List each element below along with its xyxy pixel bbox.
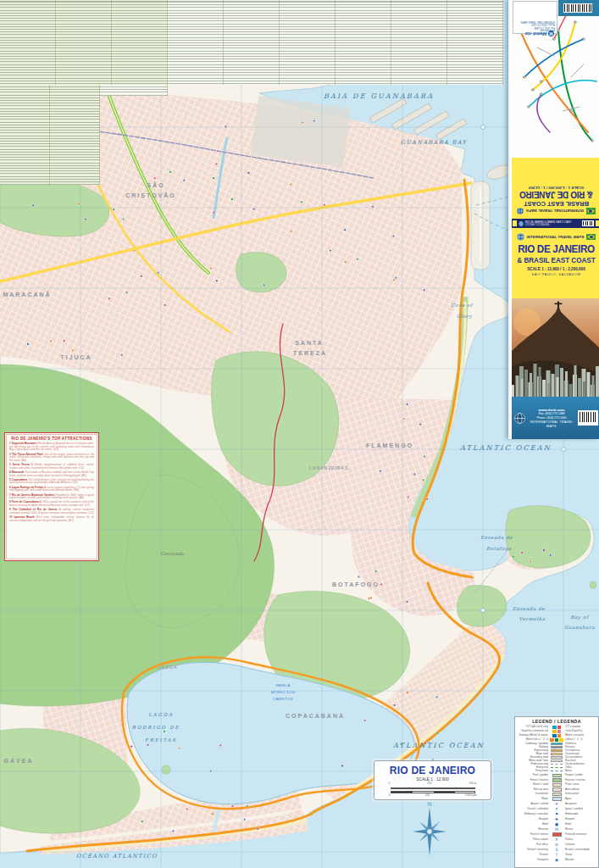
legend-row: Post office✉Correios [517, 843, 596, 847]
legend-row: School / universitySEscola / universidad… [517, 848, 596, 852]
cover-panel: www.itmb.com Fax: (604) 273-1488 Phone: … [508, 0, 599, 439]
index-column [224, 0, 280, 85]
itmb-globe-icon [514, 413, 525, 424]
legend-row: TheatreTTeatro [517, 853, 596, 857]
legend-row: Church / cathedral✝Igreja / catedral [517, 807, 596, 811]
legend-symbol: ✈ [550, 802, 563, 806]
legend-row: Forest / reserveFloresta / reserva [517, 778, 596, 782]
barcode [578, 410, 598, 426]
legend-symbol [550, 783, 563, 787]
metro-diagram: www.itmb.com Fax: (604) 273-1488 Phone: … [512, 0, 599, 158]
legend-symbol: ✚ [550, 817, 563, 821]
legend-symbol [550, 730, 563, 733]
metro-rio-logo: M Metrô rio [515, 31, 554, 36]
legend-symbol [550, 749, 563, 752]
legend-box: LEGEND / LEGENDA VLT light rail & stopVL… [514, 716, 599, 868]
legend-row: Cableway / gondolaTeleférico [517, 743, 596, 745]
index-column [391, 0, 447, 85]
index-column [168, 0, 224, 85]
attraction-item: 3 Santa Tereza A hillside neighbourhood … [9, 464, 94, 470]
legend-row: VLT light rail & stopVLT e parada [517, 726, 596, 729]
index-column [336, 0, 391, 85]
index-column [280, 0, 336, 85]
legend-symbol: ✉ [550, 843, 563, 847]
flipped-spine-strip [558, 0, 599, 16]
legend-row: Beach / sandPraia / areia [517, 783, 596, 787]
legend-row: Subway (Metrô) & stationMetrô e estação [517, 734, 596, 737]
legend-symbol [550, 753, 563, 755]
index-column [112, 0, 168, 85]
spine-band: RIO DE JANEIRO & BRASIL EAST COAST · 1:1… [512, 219, 599, 228]
flipped-contact-box: www.itmb.com Fax: (604) 273-1488 Phone: … [513, 1, 557, 34]
map-title-box: RIO DE JANEIRO SCALE 1 : 12,900 0250500 … [374, 760, 491, 800]
legend-symbol: T [550, 853, 563, 857]
legend-row: Hiking trailTrilha [517, 766, 596, 769]
legend-symbol: ◉ [550, 858, 563, 862]
legend-row: ExpresswayVia expressa [517, 749, 596, 752]
brazil-flag [586, 208, 596, 214]
legend-symbol [550, 797, 563, 801]
index-column [100, 85, 168, 96]
legend-row: SuperVia commuter railTrem SuperVia [517, 730, 596, 733]
legend-row: Hospital✚Hospital [517, 817, 596, 821]
legend-row: Pedestrian wayVia de pedestres [517, 763, 596, 765]
legend-row: MuseumMMuseu [517, 827, 596, 832]
legend-row: Ferry routeBalsa [517, 770, 596, 772]
attraction-item: 2 The Tijuca National Park One of the la… [9, 453, 94, 463]
legend-symbol [550, 734, 563, 737]
legend-symbol [550, 778, 563, 782]
attraction-item: 6 Lagoa Rodrigo de Freitas A scenic lago… [9, 487, 94, 492]
legend-symbol [550, 738, 563, 742]
legend-symbol: ⚑ [550, 812, 563, 816]
attraction-item: 7 Rio de Janeiro Botanical Gardens Found… [9, 494, 94, 500]
cover-photo-corcovado [512, 298, 599, 397]
brazil-flag [586, 234, 596, 241]
legend-symbol: M [550, 827, 563, 832]
legend-row: Hotel●Hotel [517, 822, 596, 826]
legend-row: Point of interestPonto de interesse [517, 832, 596, 837]
compass-rose [411, 807, 448, 860]
attraction-item: 10 Ipanema Beach Rio's most fashionable … [9, 516, 94, 522]
itmb-globe-icon [519, 221, 524, 226]
index-column [447, 0, 503, 85]
legend-row: RailwayFerrovia [517, 746, 596, 748]
index-column [0, 85, 50, 185]
legend-symbol [550, 760, 563, 762]
contact-band: www.itmb.com Fax: (604) 273-1488 Phone: … [512, 397, 599, 439]
index-column [0, 0, 56, 85]
legend-row: Airport / airfield✈Aeroporto [517, 802, 596, 806]
attraction-item: 9 The Cathedral of Rio de Janeiro A stri… [9, 509, 94, 515]
legend-symbol: P [550, 837, 563, 842]
legend-symbol [550, 756, 563, 759]
attraction-item: 1 Sugarloaf Mountain (Pão de Açúcar) A g… [9, 442, 94, 452]
legend-symbol [550, 726, 563, 729]
legend-symbol [550, 774, 563, 778]
attraction-item: 4 Maracanã The temple of Brazilian footb… [9, 471, 94, 477]
legend-row: WaterÁgua [517, 797, 596, 801]
legend-row: Built-up areaÁrea urbana [517, 787, 596, 792]
attractions-title: RIO DE JANEIRO'S TOP ATTRACTIONS [9, 437, 94, 441]
legend-symbol: ✝ [550, 807, 563, 811]
legend-symbol [550, 793, 563, 797]
legend-row: InstitutionalInstitucional [517, 793, 596, 797]
legend-row: Park / gardenParque / jardim [517, 774, 596, 778]
legend-symbol [550, 743, 563, 745]
cover-title: RIO DE JANEIRO [516, 242, 596, 255]
map-sheet: BAIA DE GUANABARAGUANABARA BAYCove ofGlo… [0, 0, 599, 868]
flipped-cover-band: INTERNATIONAL TRAVEL MAPS BRASIL EAST CO… [512, 158, 599, 219]
scale-bar [391, 787, 475, 790]
legend-symbol [550, 832, 563, 837]
itmb-globe-icon [517, 233, 524, 241]
legend-symbol [550, 746, 563, 748]
legend-row: Embassy / consulate⚑Embaixada [517, 812, 596, 816]
legend-symbol [550, 771, 563, 771]
map-title: RIO DE JANEIRO [379, 764, 486, 776]
attraction-item: 8 Forte de Copacabana A 1914 coastal for… [9, 501, 94, 507]
legend-row: Police stationPPolícia [517, 837, 596, 842]
index-column [56, 0, 112, 85]
legend-symbol [550, 787, 563, 792]
itmb-globe-icon [517, 208, 524, 214]
legend-symbol: S [550, 848, 563, 852]
front-cover-band: INTERNATIONAL TRAVEL MAPS RIO DE JANEIRO… [512, 228, 599, 298]
legend-row: Viewpoint◉Mirante [517, 858, 596, 862]
